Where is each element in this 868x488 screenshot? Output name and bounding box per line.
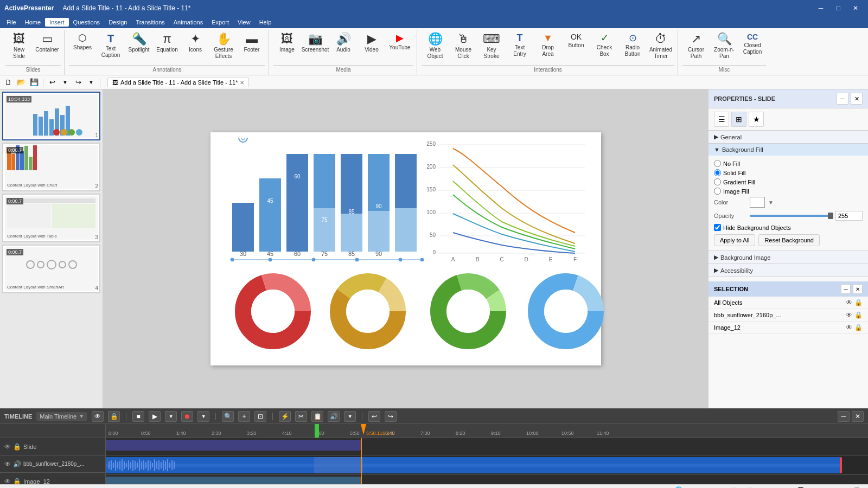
prop-star-view[interactable]: ★ [749, 112, 764, 127]
menu-file[interactable]: File [2, 18, 21, 27]
zoom-n-pan-button[interactable]: 🔍 Zoom-n-Pan [711, 30, 738, 64]
slide-thumb-2[interactable]: 0:00.7 Content Layout with Chart 2 [2, 143, 100, 191]
hide-bg-objects-input[interactable] [714, 224, 721, 231]
prop-list-view[interactable]: ☰ [714, 112, 729, 127]
prop-general-header[interactable]: ▶ General [709, 131, 868, 143]
zoom-out-btn[interactable]: − [761, 484, 773, 489]
tl-close-btn[interactable]: ✕ [852, 411, 864, 422]
visibility-icon[interactable]: 👁 [846, 299, 852, 306]
undo-button[interactable]: ↩ [46, 76, 58, 88]
tl-split-btn[interactable]: ⚡ [279, 411, 291, 422]
cursor-path-button[interactable]: ↗ CursorPath [682, 30, 710, 64]
save-button[interactable]: 💾 [28, 76, 40, 88]
text-entry-button[interactable]: T TextEntry [506, 30, 533, 64]
youtube-button[interactable]: ▶ YouTube [386, 30, 413, 64]
tl-zoom-in-btn[interactable]: + [238, 411, 250, 422]
zoom-in-btn[interactable]: + [820, 484, 832, 489]
image12-visibility-icon[interactable]: 👁 [846, 324, 852, 331]
tl-slide-clip[interactable] [106, 440, 361, 451]
menu-transitions[interactable]: Transitions [131, 18, 169, 27]
prop-accessibility-header[interactable]: ▶ Accessibility [709, 264, 868, 277]
selection-item-image12[interactable]: Image_12 👁 🔒 [709, 322, 868, 334]
close-button[interactable]: ✕ [847, 3, 864, 14]
image-button[interactable]: 🖼 Image [273, 30, 301, 64]
tl-bbb-clip[interactable] [106, 457, 841, 473]
undo-dropdown[interactable]: ▼ [59, 76, 71, 88]
tl-volume-btn[interactable]: 🔊 [328, 411, 340, 422]
selection-item-all[interactable]: All Objects 👁 🔒 [709, 297, 868, 309]
screenshot-button[interactable]: 📷 Screenshot [302, 30, 329, 64]
radio-gradient-fill-input[interactable] [714, 178, 721, 185]
tl-slide-lock[interactable]: 🔒 [13, 443, 21, 451]
slide-thumb-1[interactable]: 10:34.333 1 [2, 92, 100, 140]
new-slide-button[interactable]: 🖼 NewSlide [5, 30, 33, 64]
menu-help[interactable]: Help [255, 18, 276, 27]
tl-undo-btn[interactable]: ↩ [368, 411, 380, 422]
gesture-effects-button[interactable]: ✋ GestureEffects [210, 30, 237, 64]
menu-questions[interactable]: Questions [69, 18, 105, 27]
radio-solid-fill-input[interactable] [714, 169, 721, 176]
icons-button[interactable]: ✦ Icons [182, 30, 209, 64]
radio-image-fill-input[interactable] [714, 188, 721, 195]
redo-button[interactable]: ↪ [72, 76, 84, 88]
slide-thumb-3[interactable]: 0:00.7 Content Layout with Table 3 [2, 194, 100, 242]
tl-bbb-eye[interactable]: 👁 [4, 460, 11, 468]
tl-record-dropdown[interactable]: ▼ [197, 411, 209, 422]
tl-image12-eye[interactable]: 👁 [4, 478, 11, 485]
text-caption-button[interactable]: T TextCaption [97, 30, 124, 64]
slide-thumb-4[interactable]: 0:00.7 Content Layout with SmartArt 4 [2, 245, 100, 293]
tl-minimize-btn[interactable]: ─ [838, 411, 850, 422]
video-button[interactable]: ▶ Video [358, 30, 385, 64]
tl-volume-dropdown[interactable]: ▼ [344, 411, 356, 422]
menu-insert[interactable]: Insert [45, 18, 69, 27]
tl-redo-btn[interactable]: ↪ [385, 411, 397, 422]
fit-page-btn[interactable]: ⊡ [851, 484, 863, 489]
tl-play-dropdown[interactable]: ▼ [165, 411, 177, 422]
timeline-dropdown[interactable]: Main Timeline ▼ [36, 412, 87, 421]
selection-item-sunflower[interactable]: bbb_sunflower_2160p_... 👁 🔒 [709, 309, 868, 322]
tl-paste-btn[interactable]: 📋 [311, 411, 323, 422]
view-normal-btn[interactable]: ▣ [728, 484, 740, 489]
open-button[interactable]: 📂 [15, 76, 27, 88]
menu-home[interactable]: Home [21, 18, 45, 27]
web-object-button[interactable]: 🌐 WebObject [422, 30, 449, 64]
tl-zoom-out-btn[interactable]: 🔍 [222, 411, 234, 422]
menu-view[interactable]: View [233, 18, 255, 27]
shapes-button[interactable]: ⬡ Shapes [69, 30, 96, 64]
container-button[interactable]: ▭ Container [34, 30, 61, 64]
selection-close[interactable]: ✕ [853, 284, 863, 294]
tl-eye-btn[interactable]: 👁 [92, 411, 104, 422]
tl-lock-btn[interactable]: 🔒 [108, 411, 120, 422]
reset-background-button[interactable]: Reset Background [758, 234, 820, 246]
new-file-button[interactable]: 🗋 [2, 76, 14, 88]
tl-zoom-fit-btn[interactable]: ⊡ [254, 411, 266, 422]
key-stroke-button[interactable]: ⌨ KeyStroke [478, 30, 505, 64]
maximize-button[interactable]: □ [830, 3, 846, 14]
prop-grid-view[interactable]: ⊞ [731, 112, 746, 127]
mouse-click-button[interactable]: 🖱 MouseClick [450, 30, 477, 64]
tab-slide-11[interactable]: 🖼 Add a Slide Title - 11 - Add a Slide T… [107, 78, 249, 87]
minimize-button[interactable]: ─ [813, 3, 829, 14]
tl-record-btn[interactable]: ⏺ [181, 411, 193, 422]
tl-cut-btn[interactable]: ✂ [295, 411, 307, 422]
drop-area-button[interactable]: ▼ DropArea [534, 30, 561, 64]
lock-icon[interactable]: 🔒 [854, 299, 863, 306]
opacity-slider[interactable] [750, 215, 832, 217]
animated-timer-button[interactable]: ⏱ AnimatedTimer [647, 30, 674, 64]
prop-close[interactable]: ✕ [851, 93, 863, 105]
tl-play-btn[interactable]: ▶ [149, 411, 161, 422]
radio-button-button[interactable]: ⊙ RadioButton [619, 30, 646, 64]
menu-animations[interactable]: Animations [169, 18, 207, 27]
closed-caption-button[interactable]: CC ClosedCaption [739, 30, 766, 64]
prop-bg-fill-header[interactable]: ▼ Background Fill [709, 144, 868, 156]
sunflower-lock-icon[interactable]: 🔒 [854, 311, 863, 319]
sunflower-visibility-icon[interactable]: 👁 [846, 311, 852, 319]
menu-export[interactable]: Export [207, 18, 233, 27]
image12-lock-icon[interactable]: 🔒 [854, 324, 863, 331]
apply-to-all-button[interactable]: Apply to All [714, 234, 755, 246]
selection-minimize[interactable]: ─ [841, 284, 851, 294]
tab-close[interactable]: ✕ [240, 80, 244, 86]
view-slide-btn[interactable]: ⊟ [744, 484, 756, 489]
tl-image12-lock[interactable]: 🔒 [13, 478, 21, 485]
menu-design[interactable]: Design [104, 18, 131, 27]
